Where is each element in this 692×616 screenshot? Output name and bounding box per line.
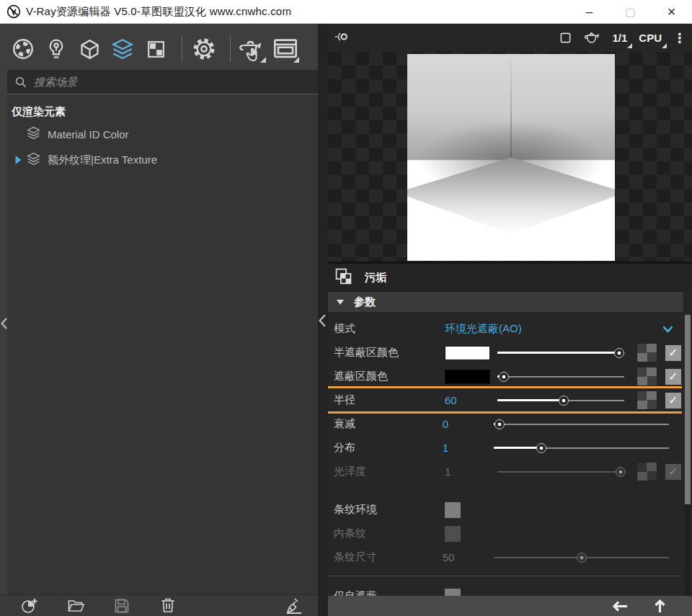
texture-slot-button[interactable] [637,391,657,409]
lights-icon[interactable] [42,35,71,63]
toggle-checkbox [445,526,461,542]
up-arrow-icon[interactable] [654,599,666,613]
param-value[interactable]: 60 [445,394,497,406]
slider-track [497,376,624,378]
scrollbar[interactable] [685,315,691,596]
geometry-icon[interactable] [75,35,104,63]
slider-fill [494,447,541,449]
param-label: 仅自遮蔽 [334,589,445,596]
preview-toolbar: 1/1 CPU ⋮ [328,24,692,52]
frame-buffer-icon[interactable] [271,35,300,63]
color-swatch[interactable] [445,346,490,360]
delete-icon[interactable] [159,597,177,615]
param-row-falloff: 衰减 0 [328,412,682,436]
scrollbar-thumb[interactable] [685,315,691,504]
asset-actions-toolbar [0,594,318,616]
param-row-unoccluded-color: 半遮蔽区颜色 ✓ [328,341,682,365]
open-file-icon[interactable] [66,597,85,615]
panel-collapse-left-icon[interactable] [0,314,8,333]
param-value[interactable]: 0 [443,418,494,430]
param-row-mode: 模式 环境光遮蔽(AO) [328,317,682,341]
asset-properties-panel: 1/1 CPU ⋮ 污垢 [328,24,692,616]
slider-handle[interactable] [536,443,546,453]
toolbar-divider [230,36,231,62]
param-label: 条纹尺寸 [334,550,443,564]
asset-title: 污垢 [365,271,386,285]
search-bar [7,70,318,94]
materials-icon[interactable] [9,35,37,63]
slider-track [494,424,669,425]
expand-arrow-icon[interactable] [10,156,26,164]
stop-render-icon[interactable] [559,32,572,44]
toolbar-divider [182,36,182,62]
param-row-occluded-color: 遮蔽区颜色 ✓ [328,365,682,388]
settings-icon[interactable] [190,35,218,63]
purge-unused-icon[interactable] [285,597,303,615]
param-label: 衰减 [334,417,443,431]
preview-render-image [407,54,615,261]
group-spacer [328,483,682,498]
slider [494,552,669,563]
slider[interactable] [494,442,669,454]
slider-handle [577,553,587,563]
parameters-rollout-header[interactable]: 参数 [328,291,683,312]
parameters-list: 模式 环境光遮蔽(AO) 半遮蔽区颜色 ✓ [328,315,682,596]
enable-checkbox[interactable]: ✓ [665,345,681,361]
toggle-checkbox[interactable] [445,589,461,597]
asset-list-panel: 仅渲染元素 Material ID Color [0,24,318,616]
render-elements-icon[interactable] [108,35,137,63]
panel-splitter[interactable] [318,24,328,616]
slider[interactable] [497,371,624,383]
enable-checkbox[interactable]: ✓ [665,369,681,385]
auto-update-icon[interactable] [334,30,350,47]
category-toolbar [9,30,316,68]
menu-kebab-icon[interactable]: ⋮ [673,32,686,45]
tree-item-material-id-color[interactable]: Material ID Color [7,123,318,145]
param-row-radius: 半径 60 ✓ [328,388,682,412]
slider-fill [497,399,564,401]
render-element-icon [26,151,41,169]
slider-handle[interactable] [499,372,509,382]
param-label: 条纹环境 [334,503,445,517]
slider-handle[interactable] [494,419,505,429]
color-swatch[interactable] [445,370,490,384]
textures-icon[interactable] [141,35,170,63]
asset-tree: 仅渲染元素 Material ID Color [7,94,318,594]
save-icon[interactable] [112,597,131,615]
tree-item-label: 额外纹理|Extra Texture [48,153,157,167]
slider-track [497,471,624,473]
toggle-checkbox[interactable] [445,502,461,518]
mode-dropdown-value[interactable]: 环境光遮蔽(AO) [445,322,662,336]
texture-asset-icon [334,267,352,288]
slider[interactable] [497,395,624,406]
aspect-ratio-button[interactable]: 1/1 [612,32,627,44]
slider-handle[interactable] [614,348,624,358]
slider[interactable] [494,419,669,430]
param-value: 1 [445,465,497,478]
add-asset-icon[interactable] [20,597,39,615]
vray-logo-icon [6,4,21,19]
asset-header: 污垢 [328,262,692,291]
texture-slot-button[interactable] [637,344,657,362]
enable-checkbox[interactable]: ✓ [665,393,681,409]
render-controls: 1/1 CPU ⋮ [548,31,686,45]
panel-collapse-icon[interactable] [319,314,326,330]
interactive-render-icon[interactable] [238,35,267,63]
texture-slot-button[interactable] [637,367,657,385]
group-divider [328,576,682,576]
param-value[interactable]: 1 [443,442,494,454]
chevron-down-icon[interactable] [662,323,673,336]
slider[interactable] [497,347,624,359]
slider-handle[interactable] [559,396,569,406]
close-button[interactable]: × [651,0,692,24]
search-input[interactable] [34,76,318,88]
main-area: 仅渲染元素 Material ID Color [0,24,692,616]
render-teapot-icon[interactable] [583,31,600,45]
param-label: 模式 [334,322,445,336]
minimize-button[interactable]: – [569,0,610,24]
maximize-button[interactable]: ▢ [610,0,651,24]
engine-select-button[interactable]: CPU [639,32,662,44]
param-label: 内条纹 [334,527,445,540]
back-arrow-icon[interactable] [612,600,628,612]
tree-item-extra-texture[interactable]: 额外纹理|Extra Texture [7,149,318,171]
